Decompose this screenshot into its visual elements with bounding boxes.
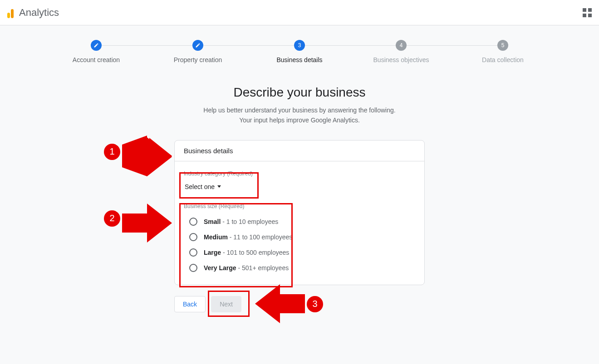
annotation-arrow-3-icon [255, 284, 305, 323]
annotation-badge-2: 2 [104, 210, 120, 227]
apps-grid-icon[interactable] [583, 8, 592, 17]
step-label: Business objectives [350, 56, 452, 63]
size-name: Very Large [204, 264, 236, 272]
page-subtext: Help us better understand your business … [141, 105, 458, 126]
svg-marker-2 [122, 137, 172, 176]
svg-marker-3 [122, 204, 172, 243]
annotation-badge-1: 1 [104, 144, 120, 160]
step-label: Property creation [147, 56, 249, 63]
step-number: 5 [497, 40, 508, 51]
step-number: 4 [396, 40, 407, 51]
business-size-option-large[interactable]: Large - 101 to 500 employees [184, 245, 415, 260]
step-data-collection: 5 Data collection [452, 40, 554, 63]
annotation-arrow-1b-icon [122, 137, 172, 176]
subtext-line-1: Help us better understand your business … [203, 107, 395, 114]
next-button[interactable]: Next [211, 296, 241, 312]
size-name: Medium [204, 233, 228, 241]
business-size-option-medium[interactable]: Medium - 11 to 100 employees [184, 229, 415, 245]
step-label: Account creation [45, 56, 147, 63]
size-desc: - 101 to 500 employees [221, 249, 289, 256]
svg-marker-4 [255, 284, 305, 323]
step-number: 3 [294, 40, 305, 51]
card-title: Business details [175, 141, 424, 161]
size-name: Large [204, 249, 221, 256]
subtext-line-2: Your input helps improve Google Analytic… [239, 116, 360, 124]
step-label: Data collection [452, 56, 554, 63]
business-size-label: Business size (Required) [184, 203, 415, 209]
page: Account creation Property creation 3 Bus… [0, 25, 599, 364]
business-size-option-small[interactable]: Small - 1 to 10 employees [184, 214, 415, 229]
annotation-badge-3: 3 [307, 296, 323, 312]
industry-category-select[interactable]: Select one [184, 181, 222, 192]
step-business-details[interactable]: 3 Business details [249, 40, 350, 63]
step-account-creation[interactable]: Account creation [45, 40, 147, 63]
analytics-logo-icon [7, 7, 14, 18]
radio-icon [189, 218, 197, 226]
top-bar: Analytics [0, 0, 599, 25]
product-name: Analytics [19, 7, 59, 19]
pencil-icon [195, 43, 201, 48]
step-property-creation[interactable]: Property creation [147, 40, 249, 63]
page-headline: Describe your business [141, 85, 458, 100]
radio-icon [189, 248, 197, 257]
back-button[interactable]: Back [174, 296, 206, 312]
stepper: Account creation Property creation 3 Bus… [45, 25, 554, 63]
size-desc: - 1 to 10 employees [221, 218, 278, 225]
industry-category-label: Industry category (Required) [184, 170, 415, 177]
annotation-arrow-2-icon [122, 204, 172, 243]
radio-icon [189, 233, 197, 241]
caret-down-icon [217, 185, 221, 188]
size-desc: - 11 to 100 employees [228, 233, 292, 241]
business-size-option-very-large[interactable]: Very Large - 501+ employees [184, 260, 415, 276]
step-label: Business details [249, 56, 350, 63]
button-row: Back Next 3 [174, 296, 425, 312]
step-business-objectives: 4 Business objectives [350, 40, 452, 63]
logo-wrap: Analytics [7, 7, 59, 19]
radio-icon [189, 264, 197, 272]
content: Describe your business Help us better un… [141, 63, 458, 312]
size-name: Small [204, 218, 221, 225]
business-details-card: Business details Industry category (Requ… [174, 140, 425, 285]
size-desc: - 501+ employees [236, 264, 289, 272]
industry-category-value: Select one [185, 183, 215, 190]
pencil-icon [93, 43, 99, 48]
